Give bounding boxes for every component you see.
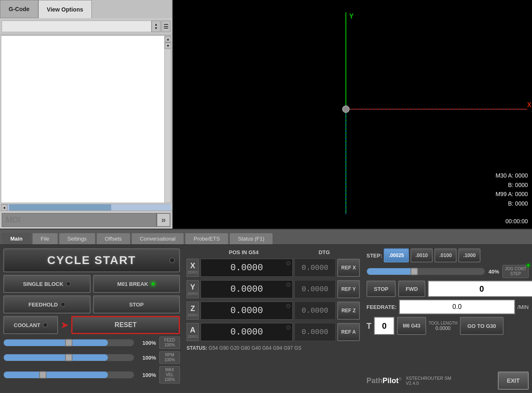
tab-probe-ets[interactable]: Probe/ETS: [185, 233, 229, 244]
maxvel-badge: MAX VEL 100%: [159, 366, 180, 384]
stop-label: STOP: [129, 302, 144, 308]
maxvel-slider-row: 100% MAX VEL 100%: [3, 366, 180, 384]
horizontal-scrollbar[interactable]: ◄: [1, 204, 171, 211]
a-dtg-value: 0.0000: [294, 323, 336, 341]
m6-g43-button[interactable]: M6 G43: [397, 317, 426, 335]
b2-value: B: 0000: [495, 199, 528, 208]
coolant-button[interactable]: COOLANT: [3, 316, 58, 334]
tab-view-options[interactable]: View Options: [38, 0, 92, 18]
z-dtg-value: 0.0000: [294, 302, 336, 320]
rpm-input[interactable]: [428, 281, 532, 297]
jog-label-line1: JOG CONT: [505, 267, 526, 271]
reset-label: RESET: [114, 321, 136, 329]
maxvel-slider[interactable]: [3, 371, 134, 379]
status-label: STATUS:: [187, 345, 207, 351]
bottom-tabs: Main File Settings Offsets Conversationa…: [0, 229, 532, 245]
coolant-label: COOLANT: [14, 322, 40, 328]
cycle-start-button[interactable]: CYCLE START: [3, 248, 180, 272]
z-axis-row: Z ZERO 0.0000 0.0000 REF Z: [187, 301, 360, 320]
rpm-slider[interactable]: [3, 354, 134, 361]
b1-value: B: 0000: [495, 180, 528, 189]
scroll-down-arrow[interactable]: ▼: [165, 42, 171, 49]
feed-pct-label: 100%: [138, 340, 156, 346]
tab-bar: G-Code View Options: [0, 0, 172, 18]
step-btn-1000[interactable]: .1000: [458, 248, 481, 262]
spinbox-up-btn[interactable]: ▲ ▼: [152, 21, 161, 32]
x-letter: X: [190, 262, 195, 270]
dtg-header: DTG: [319, 249, 330, 255]
stop-button[interactable]: STOP: [93, 295, 180, 313]
vertical-scrollbar[interactable]: ▲ ▼: [164, 36, 171, 203]
tool-number-input[interactable]: [374, 317, 394, 335]
tab-file[interactable]: File: [32, 233, 58, 244]
feedhold-button[interactable]: FEEDHOLD: [3, 295, 91, 313]
scroll-left-arrow[interactable]: ◄: [1, 204, 7, 211]
fwd-spindle-button[interactable]: FWD: [398, 281, 425, 297]
row-feedhold-stop: FEEDHOLD STOP: [3, 295, 180, 313]
pos-in-g54-header: POS IN G54: [229, 249, 259, 255]
tab-settings[interactable]: Settings: [59, 233, 96, 244]
feed-slider-row: 100% FEED 100%: [3, 337, 180, 349]
y-ref-button[interactable]: REF Y: [337, 280, 360, 298]
x-ref-button[interactable]: REF X: [337, 259, 360, 277]
jog-slider[interactable]: [366, 268, 485, 275]
a-ref-button[interactable]: REF A: [337, 323, 360, 341]
x-led: [286, 261, 290, 265]
z-led: [286, 304, 290, 308]
x-axis-row: X ZERO 0.0000 0.0000 REF X: [187, 258, 360, 278]
a-axis-label: A ZERO: [187, 323, 199, 341]
left-control: CYCLE START SINGLE BLOCK M01 BREAK FEEDH…: [0, 245, 183, 393]
row-single-m01: SINGLE BLOCK M01 BREAK: [3, 275, 180, 293]
a-letter: A: [190, 326, 196, 335]
tab-status[interactable]: Status (F1): [229, 233, 273, 244]
mdi-send-btn[interactable]: »: [156, 213, 170, 227]
svg-point-6: [343, 106, 349, 112]
feedhold-led: [61, 302, 65, 307]
reset-arrow-indicator: ➤: [61, 316, 69, 334]
viewport-svg: Y X: [173, 0, 532, 229]
h-scroll-thumb[interactable]: [9, 204, 111, 211]
stop-spindle-button[interactable]: STOP: [366, 281, 396, 297]
code-editor: ▲ ▼: [1, 35, 171, 203]
step-btn-0010[interactable]: .0010: [411, 248, 433, 262]
toolbar-input[interactable]: [2, 21, 152, 32]
timer-display: 00:00:00: [506, 218, 528, 225]
step-btn-00025[interactable]: .00025: [384, 248, 409, 262]
x-dtg-value: 0.0000: [294, 259, 336, 277]
toolbar-menu-btn[interactable]: ☰: [161, 21, 170, 32]
tab-gcode[interactable]: G-Code: [0, 0, 38, 18]
step-btn-0100[interactable]: .0100: [434, 248, 457, 262]
pathpilot-pilot-text: Pilot: [383, 377, 399, 385]
pathpilot-wordmark: PathPilot®: [366, 377, 401, 385]
y-letter: Y: [190, 283, 195, 292]
tab-main[interactable]: Main: [2, 233, 31, 244]
rpm-badge: RPM 100%: [159, 351, 180, 364]
tool-length-value: 0.0000: [436, 325, 451, 331]
reset-button[interactable]: RESET: [71, 316, 180, 334]
status-value: G54 G90 G20 G80 G40 G64 G94 G97 GS: [209, 345, 301, 351]
single-block-button[interactable]: SINGLE BLOCK: [3, 275, 91, 293]
mdi-input[interactable]: [2, 213, 156, 227]
toolbar-row: ▲ ▼ ☰: [0, 18, 172, 35]
m01-break-button[interactable]: M01 BREAK: [93, 275, 180, 293]
right-control: STEP: .00025 .0010 .0100 .1000 40% JOG C…: [363, 245, 532, 393]
feedrate-input[interactable]: [399, 299, 515, 314]
jog-label-line2: STEP: [505, 271, 526, 276]
feed-slider[interactable]: [3, 339, 134, 346]
tab-conversational[interactable]: Conversational: [131, 233, 184, 244]
step-row: STEP: .00025 .0010 .0100 .1000: [366, 248, 529, 262]
y-axis-label: Y ZERO: [187, 280, 199, 298]
scroll-up-arrow[interactable]: ▲: [165, 36, 171, 42]
mdi-row: »: [0, 211, 172, 229]
middle-control: POS IN G54 DTG X ZERO 0.0000 0.0000 REF …: [183, 245, 363, 393]
exit-button[interactable]: EXIT: [498, 372, 529, 390]
x-pos-value: 0.0000: [201, 259, 293, 277]
feedhold-label: FEEDHOLD: [28, 302, 58, 308]
step-label: STEP:: [366, 253, 382, 259]
pathpilot-logo: PathPilot® XSTECHROUTER SM V2.4.0: [366, 376, 451, 386]
single-block-label: SINGLE BLOCK: [23, 281, 63, 287]
go-to-g30-button[interactable]: GO TO G30: [460, 317, 504, 335]
tab-offsets[interactable]: Offsets: [96, 233, 131, 244]
y-led: [286, 283, 290, 287]
z-ref-button[interactable]: REF Z: [337, 302, 360, 320]
